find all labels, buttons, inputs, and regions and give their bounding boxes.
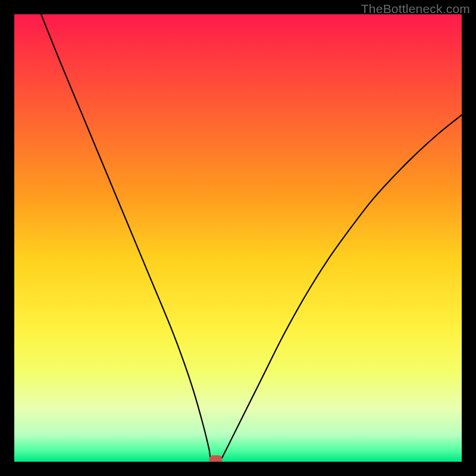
chart-background bbox=[14, 14, 462, 462]
watermark-text: TheBottleneck.com bbox=[361, 2, 470, 16]
chart-plot bbox=[14, 14, 462, 462]
chart-frame: TheBottleneck.com bbox=[0, 0, 476, 476]
chart-marker bbox=[209, 455, 222, 462]
